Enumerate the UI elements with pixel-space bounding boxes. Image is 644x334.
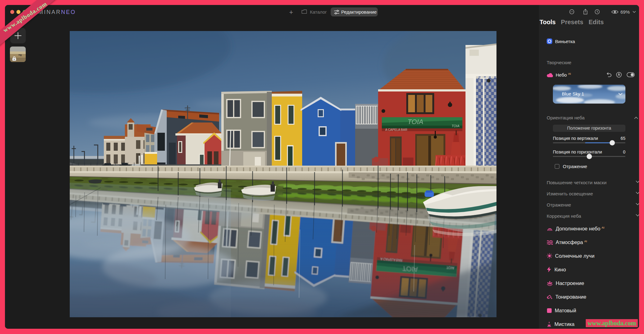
svg-text:TOIA: TOIA (408, 118, 423, 126)
svg-text:TOIA: TOIA (452, 124, 459, 128)
svg-text:A CAPELA BAR: A CAPELA BAR (385, 128, 407, 131)
svg-text:Blue Sky 1: Blue Sky 1 (562, 91, 584, 96)
